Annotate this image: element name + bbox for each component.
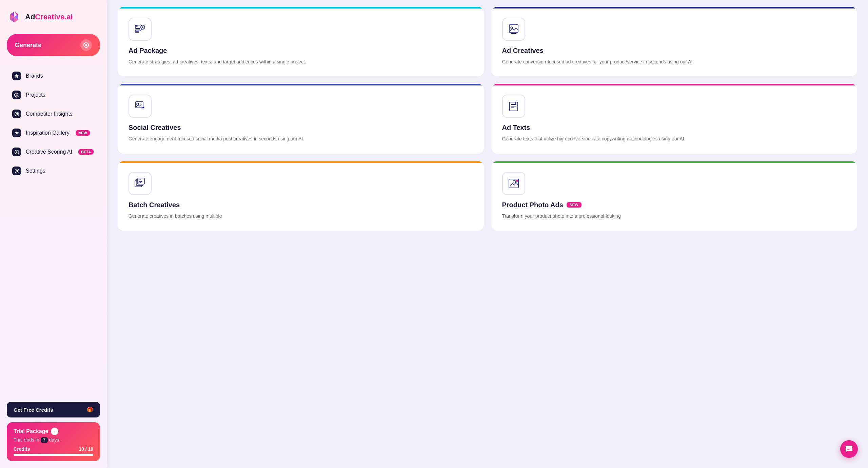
svg-point-8 bbox=[85, 44, 87, 46]
competitor-insights-label: Competitor Insights bbox=[26, 111, 73, 117]
social-creatives-title: Social Creatives bbox=[129, 124, 473, 132]
card-social-creatives[interactable]: Social Creatives Generate engagement-foc… bbox=[118, 84, 484, 153]
svg-point-31 bbox=[141, 105, 145, 110]
projects-icon bbox=[12, 91, 21, 99]
free-credits-button[interactable]: Get Free Credits 🎁 bbox=[7, 402, 100, 417]
creative-scoring-label: Creative Scoring AI bbox=[26, 149, 72, 155]
sidebar-item-inspiration-gallery[interactable]: Inspiration Gallery NEW bbox=[7, 124, 100, 142]
sidebar: AdCreative.ai Generate Brands bbox=[0, 0, 107, 468]
logo-text: AdCreative.ai bbox=[25, 13, 73, 21]
generate-button[interactable]: Generate bbox=[7, 34, 100, 56]
settings-label: Settings bbox=[26, 168, 45, 174]
cards-grid: Ad Package Generate strategies, ad creat… bbox=[118, 7, 857, 231]
sidebar-item-settings[interactable]: Settings bbox=[7, 162, 100, 180]
product-photo-new-badge: NEW bbox=[567, 202, 581, 208]
card-product-photo-ads[interactable]: Product Photo Ads NEW Transform your pro… bbox=[491, 161, 857, 231]
card-ad-package[interactable]: Ad Package Generate strategies, ad creat… bbox=[118, 7, 484, 76]
svg-point-32 bbox=[142, 107, 143, 108]
projects-label: Projects bbox=[26, 92, 45, 98]
card-ad-creatives[interactable]: Ad Creatives Generate conversion-focused… bbox=[491, 7, 857, 76]
generate-icon bbox=[80, 39, 92, 51]
svg-point-33 bbox=[143, 107, 144, 108]
trial-title: Trial Package ↑ bbox=[14, 428, 93, 435]
svg-marker-14 bbox=[15, 131, 19, 135]
svg-point-13 bbox=[16, 113, 18, 115]
svg-marker-9 bbox=[15, 74, 19, 78]
card-bar bbox=[118, 7, 484, 8]
product-photo-ads-desc: Transform your product photo into a prof… bbox=[502, 212, 847, 220]
social-creatives-icon bbox=[129, 95, 152, 118]
svg-point-44 bbox=[513, 180, 516, 183]
gift-icon: 🎁 bbox=[87, 407, 93, 413]
batch-creatives-desc: Generate creatives in batches using mult… bbox=[129, 212, 473, 220]
card-bar bbox=[118, 84, 484, 85]
competitor-insights-icon bbox=[12, 110, 21, 118]
card-ad-texts[interactable]: T Ad Texts Generate texts that utilize h… bbox=[491, 84, 857, 153]
logo-area: AdCreative.ai bbox=[7, 9, 100, 24]
svg-marker-11 bbox=[16, 94, 18, 97]
new-badge: NEW bbox=[76, 130, 90, 136]
card-bar bbox=[491, 84, 857, 85]
card-bar bbox=[491, 161, 857, 163]
batch-creatives-icon bbox=[129, 172, 152, 195]
card-bar bbox=[491, 7, 857, 8]
main-content: Ad Package Generate strategies, ad creat… bbox=[107, 0, 868, 468]
ad-package-icon bbox=[129, 18, 152, 41]
ad-creatives-icon bbox=[502, 18, 525, 41]
svg-point-24 bbox=[142, 26, 143, 28]
ad-texts-desc: Generate texts that utilize high-convers… bbox=[502, 135, 847, 142]
product-photo-ads-icon bbox=[502, 172, 525, 195]
sidebar-item-competitor-insights[interactable]: Competitor Insights bbox=[7, 105, 100, 123]
trial-box: Trial Package ↑ Trial ends in 7 days. Cr… bbox=[7, 422, 100, 461]
product-photo-ads-title: Product Photo Ads bbox=[502, 201, 563, 209]
sidebar-item-projects[interactable]: Projects bbox=[7, 86, 100, 104]
svg-text:T: T bbox=[515, 101, 517, 105]
svg-point-17 bbox=[16, 170, 18, 172]
logo-icon bbox=[7, 9, 22, 24]
card-batch-creatives[interactable]: Batch Creatives Generate creatives in ba… bbox=[118, 161, 484, 231]
svg-point-12 bbox=[15, 112, 19, 116]
ad-package-desc: Generate strategies, ad creatives, texts… bbox=[129, 58, 473, 65]
settings-icon bbox=[12, 167, 21, 175]
brands-label: Brands bbox=[26, 73, 43, 79]
beta-badge: BETA bbox=[78, 149, 94, 155]
inspiration-gallery-icon bbox=[12, 129, 21, 137]
nav-items: Brands Projects Competitor Insights bbox=[7, 67, 100, 396]
svg-point-28 bbox=[511, 27, 513, 29]
credits-bar bbox=[14, 454, 93, 456]
chat-bubble[interactable] bbox=[840, 440, 858, 458]
bottom-section: Get Free Credits 🎁 Trial Package ↑ Trial… bbox=[7, 402, 100, 461]
svg-rect-21 bbox=[135, 32, 139, 33]
batch-creatives-title: Batch Creatives bbox=[129, 201, 473, 209]
sidebar-item-creative-scoring-ai[interactable]: Creative Scoring AI BETA bbox=[7, 143, 100, 161]
free-credits-label: Get Free Credits bbox=[14, 407, 53, 413]
social-creatives-desc: Generate engagement-focused social media… bbox=[129, 135, 473, 142]
ad-texts-icon: T bbox=[502, 95, 525, 118]
brands-icon bbox=[12, 72, 21, 80]
trial-days: Trial ends in 7 days. bbox=[14, 437, 93, 443]
ad-texts-title: Ad Texts bbox=[502, 124, 847, 132]
svg-point-16 bbox=[16, 151, 17, 153]
credits-row: Credits 10 / 10 bbox=[14, 446, 93, 452]
creative-scoring-icon bbox=[12, 148, 21, 156]
svg-line-23 bbox=[141, 29, 141, 31]
credits-fill bbox=[14, 454, 93, 456]
generate-label: Generate bbox=[15, 42, 41, 49]
inspiration-gallery-label: Inspiration Gallery bbox=[26, 130, 70, 136]
ad-package-title: Ad Package bbox=[129, 47, 473, 55]
ad-creatives-desc: Generate conversion-focused ad creatives… bbox=[502, 58, 847, 65]
days-badge: 7 bbox=[41, 437, 48, 443]
sidebar-item-brands[interactable]: Brands bbox=[7, 67, 100, 85]
ad-creatives-title: Ad Creatives bbox=[502, 47, 847, 55]
product-photo-title-row: Product Photo Ads NEW bbox=[502, 201, 847, 209]
svg-point-19 bbox=[136, 25, 137, 27]
card-bar bbox=[118, 161, 484, 163]
svg-rect-20 bbox=[135, 30, 140, 31]
upgrade-icon: ↑ bbox=[51, 428, 58, 435]
